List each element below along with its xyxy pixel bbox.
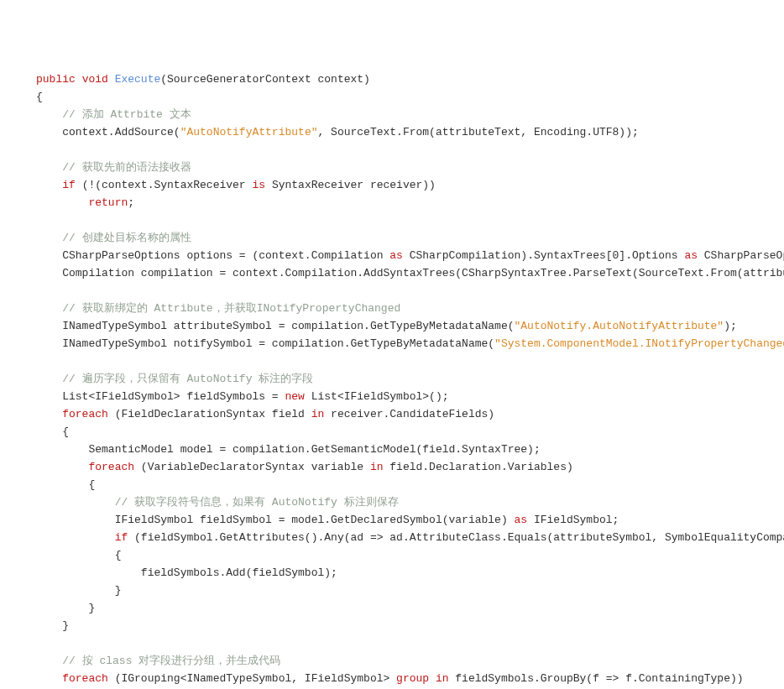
code-text: (!(context.SyntaxReceiver	[76, 179, 253, 191]
brace-close: }	[62, 619, 69, 632]
code-text: (FieldDeclarationSyntax field	[108, 408, 311, 420]
comment: // 遍历字段，只保留有 AutoNotify 标注的字段	[62, 373, 313, 385]
comment: // 添加 Attrbite 文本	[62, 108, 191, 121]
code-text: );	[724, 320, 737, 332]
code-text: CSharpCompilation).SyntaxTrees[0].Option…	[403, 249, 684, 262]
semicolon: ;	[128, 196, 134, 209]
code-text: field.Declaration.Variables)	[384, 461, 573, 473]
code-text: fieldSymbols.Add(fieldSymbol);	[141, 566, 337, 579]
brace-open: {	[88, 478, 95, 491]
code-text: List<IFieldSymbol>();	[305, 390, 449, 403]
comment: // 获取字段符号信息，如果有 AutoNotify 标注则保存	[115, 496, 399, 509]
brace-open: {	[36, 91, 43, 103]
comment: // 获取新绑定的 Attribute，并获取INotifyPropertyCh…	[62, 302, 400, 315]
brace-close: }	[115, 584, 122, 597]
code-text: IFieldSymbol fieldSymbol = model.GetDecl…	[115, 514, 515, 526]
keyword-in: in	[429, 672, 448, 685]
keyword-group: group	[396, 672, 429, 685]
code-text: INamedTypeSymbol attributeSymbol = compi…	[62, 320, 514, 332]
keyword-foreach: foreach	[88, 461, 134, 473]
string-literal: "AutoNotifyAttribute"	[180, 126, 318, 138]
code-text: SemanticModel model = compilation.GetSem…	[88, 443, 540, 456]
keyword-if: if	[62, 179, 76, 191]
sig-rest: (SourceGeneratorContext context)	[160, 73, 370, 86]
keyword-is: is	[252, 179, 265, 191]
brace-open: {	[115, 549, 122, 561]
brace-close: }	[88, 602, 95, 614]
comment: // 按 class 对字段进行分组，并生成代码	[62, 655, 280, 667]
comment: // 获取先前的语法接收器	[62, 161, 191, 174]
keyword-as: as	[515, 514, 528, 526]
keyword-in: in	[370, 461, 384, 473]
brace-open: {	[62, 425, 69, 438]
code-text: CSharpParseOptions options = (context.Co…	[62, 249, 389, 262]
keyword-if: if	[115, 531, 128, 544]
code-text: context.AddSource(	[62, 126, 180, 138]
code-text: (VariableDeclaratorSyntax variable	[134, 461, 370, 473]
code-text: (fieldSymbol.GetAttributes().Any(ad => a…	[128, 531, 784, 544]
code-text: Compilation compilation = context.Compil…	[62, 267, 784, 279]
keyword-new: new	[285, 390, 304, 403]
code-text: CSharpParseOp	[698, 249, 784, 262]
code-text: INamedTypeSymbol notifySymbol = compilat…	[62, 337, 494, 350]
keyword-foreach: foreach	[62, 408, 108, 420]
keyword-as: as	[389, 249, 403, 262]
string-literal: "AutoNotify.AutoNotifyAttribute"	[515, 320, 724, 332]
code-text: fieldSymbols.GroupBy(f => f.ContainingTy…	[449, 672, 744, 685]
comment: // 创建处目标名称的属性	[62, 232, 191, 244]
keyword-void: void	[82, 73, 108, 86]
code-text: IFieldSymbol;	[527, 514, 619, 526]
keyword-in: in	[311, 408, 325, 420]
code-text: , SourceText.From(attributeText, Encodin…	[317, 126, 638, 138]
code-text: List<IFieldSymbol> fieldSymbols =	[62, 390, 285, 403]
keyword-as: as	[684, 249, 698, 262]
keyword-return: return	[88, 196, 128, 209]
keyword-public: public	[36, 73, 76, 86]
code-text: SyntaxReceiver receiver))	[265, 179, 436, 191]
string-literal: "System.ComponentModel.INotifyPropertyCh…	[494, 337, 784, 350]
keyword-foreach: foreach	[62, 672, 108, 685]
method-execute: Execute	[115, 73, 161, 86]
code-text: (IGrouping<INamedTypeSymbol, IFieldSymbo…	[108, 672, 396, 685]
code-text: receiver.CandidateFields)	[324, 408, 494, 420]
code-block: public void Execute(SourceGeneratorConte…	[0, 70, 784, 689]
